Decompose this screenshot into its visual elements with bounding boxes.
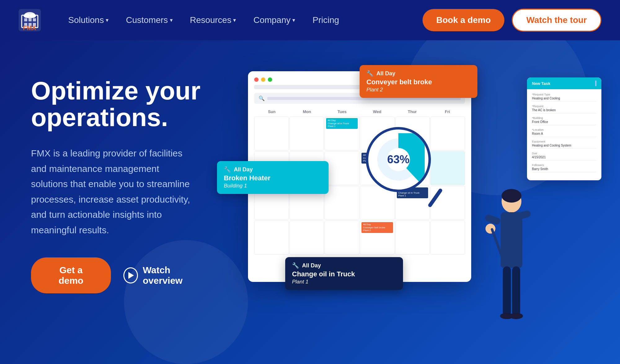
chevron-down-icon: ▾ (106, 17, 108, 24)
nav-ctas: Book a demo Watch the tour (423, 9, 601, 32)
get-demo-button[interactable]: Get a demo (31, 257, 111, 293)
hero-section: Optimize your operations. FMX is a leadi… (0, 40, 620, 364)
signal-bar-3 (591, 82, 593, 86)
form-panel-title: New Task (532, 81, 550, 86)
svg-point-10 (30, 14, 36, 18)
nav-company[interactable]: Company ▾ (245, 15, 304, 25)
event-card-heater: 🔧 All Day Broken Heater Building 1 (217, 161, 329, 194)
svg-text:FMX: FMX (23, 24, 36, 31)
svg-rect-3 (29, 18, 32, 21)
pie-percent: 63% (387, 153, 410, 166)
chevron-down-icon: ▾ (170, 17, 173, 24)
form-field-followers: Followers Barry Smith (532, 164, 596, 172)
svg-point-24 (509, 313, 523, 319)
dashboard-illustration: 🔍 Sun Mon Tues Wed Thur Fri All DayChang… (223, 65, 595, 344)
event-card-conveyer: 🔧 All Day Conveyer belt broke Plant 2 (360, 65, 477, 98)
svg-rect-17 (501, 212, 522, 268)
form-field-due: Due 4/15/2021 (532, 152, 596, 160)
watch-overview-button[interactable]: Watch overview (123, 265, 205, 286)
signal-bar-1 (588, 84, 589, 86)
form-field-location: *Location Room A (532, 128, 596, 137)
form-field-building: *Building Front Office (532, 116, 596, 125)
nav-pricing[interactable]: Pricing (304, 15, 348, 25)
watch-tour-button[interactable]: Watch the tour (512, 9, 601, 32)
wrench-icon: 🔧 (224, 166, 231, 173)
wrench-icon: 🔧 (366, 70, 373, 77)
hero-text: Optimize your operations. FMX is a leadi… (31, 65, 205, 293)
nav-links: Solutions ▾ Customers ▾ Resources ▾ Comp… (60, 15, 423, 25)
person-illustration (477, 183, 533, 344)
svg-rect-21 (503, 266, 511, 316)
form-field-request: *Request The AC is broken (532, 105, 596, 113)
magnifier-circle: 63% (366, 127, 431, 192)
form-field-request-type: *Request Type Heating and Cooling (532, 93, 596, 102)
svg-point-16 (502, 189, 521, 203)
signal-bar-2 (590, 83, 591, 86)
nav-customers[interactable]: Customers ▾ (117, 15, 181, 25)
pie-chart-magnifier: 63% (366, 127, 437, 198)
form-panel: New Task *Request Type Heating and Cooli… (527, 77, 601, 180)
wrench-icon: 🔧 (292, 262, 299, 269)
svg-point-9 (24, 14, 30, 18)
signal-bar-5 (595, 81, 596, 86)
form-field-equipment: Equipment Heating and Cooling System (532, 140, 596, 149)
navbar: FMX Solutions ▾ Customers ▾ Resources ▾ … (0, 0, 620, 40)
hero-description: FMX is a leading provider of facilities … (31, 146, 192, 238)
logo[interactable]: FMX (19, 9, 41, 31)
play-icon (123, 267, 138, 283)
svg-rect-4 (33, 18, 36, 21)
svg-rect-22 (512, 266, 520, 316)
book-demo-button[interactable]: Book a demo (423, 9, 504, 31)
svg-rect-19 (515, 210, 531, 220)
nav-resources[interactable]: Resources ▾ (181, 15, 245, 25)
hero-heading: Optimize your operations. (31, 77, 205, 131)
signal-bars (588, 81, 596, 86)
event-card-oil: 🔧 All Day Change oil in Truck Plant 1 (285, 257, 403, 290)
svg-rect-2 (24, 18, 27, 21)
chevron-down-icon: ▾ (292, 17, 295, 24)
svg-rect-18 (484, 214, 501, 226)
nav-solutions[interactable]: Solutions ▾ (60, 15, 117, 25)
chevron-down-icon: ▾ (233, 17, 236, 24)
form-panel-header: New Task (527, 77, 601, 89)
signal-bar-4 (593, 81, 595, 86)
hero-actions: Get a demo Watch overview (31, 257, 205, 293)
